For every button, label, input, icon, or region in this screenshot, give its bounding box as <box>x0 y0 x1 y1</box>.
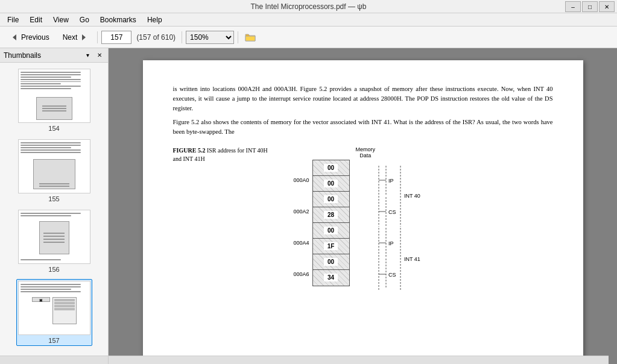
menu-edit[interactable]: Edit <box>25 14 47 25</box>
addr-0: 000A0 <box>294 177 309 183</box>
addr-1: 000A2 <box>294 209 309 215</box>
document-view[interactable]: is written into locations 000A2H and 000… <box>109 48 617 364</box>
next-label: Next <box>63 33 78 42</box>
thumbnail-157[interactable]: ▣ 157 <box>16 279 92 346</box>
thumb-label-155: 155 <box>48 195 59 202</box>
thumbnails-list: 154 155 <box>0 63 108 356</box>
open-folder-button[interactable] <box>242 30 259 45</box>
thumbnails-title: Thumbnails <box>4 51 41 60</box>
cell-8: 34 <box>313 270 349 286</box>
thumb-label-156: 156 <box>48 266 59 273</box>
page-info: (157 of 610) <box>134 33 178 42</box>
figure-caption: FIGURE 5.2 ISR address for INT 40H and I… <box>173 146 276 290</box>
menu-bookmarks[interactable]: Bookmarks <box>95 14 141 25</box>
minimize-button[interactable]: – <box>565 1 581 12</box>
previous-button[interactable]: Previous <box>5 30 55 45</box>
thumb-label-154: 154 <box>48 125 59 132</box>
thumbnails-close-btn[interactable]: ✕ <box>95 51 104 60</box>
main-area: Thumbnails ▾ ✕ <box>0 48 617 364</box>
toolbar-divider3 <box>238 31 238 43</box>
cell-6: 1F <box>313 239 349 254</box>
thumbnail-156[interactable]: 156 <box>17 209 92 274</box>
thumbnails-scrollbar[interactable] <box>0 356 108 364</box>
paragraph-2: Figure 5.2 also shows the contents of me… <box>173 118 553 137</box>
cell-1: 00 <box>313 160 349 176</box>
menu-view[interactable]: View <box>48 14 74 25</box>
svg-text:CS: CS <box>388 209 396 215</box>
svg-text:IP: IP <box>388 240 394 246</box>
title-bar-text: The Intel Microprocessors.pdf — ψb <box>251 2 367 11</box>
paragraph-1: is written into locations 000A2H and 000… <box>173 84 553 113</box>
addr-3: 000A6 <box>294 271 309 277</box>
title-bar: The Intel Microprocessors.pdf — ψb – □ ✕ <box>0 0 617 13</box>
svg-text:INT 40: INT 40 <box>404 193 420 199</box>
doc-scrollbar-h[interactable] <box>109 356 609 364</box>
toolbar-divider <box>97 31 98 43</box>
page-input[interactable] <box>101 31 131 44</box>
cell-4: 28 <box>313 207 349 223</box>
addr-2: 000A4 <box>294 240 309 246</box>
toolbar: Previous Next (157 of 610) 50% 75% 100% … <box>0 27 617 48</box>
thumb-label-157: 157 <box>48 337 59 344</box>
svg-text:IP: IP <box>388 178 394 184</box>
window-controls: – □ ✕ <box>565 0 615 13</box>
thumbnails-controls: ▾ ✕ <box>83 51 104 60</box>
next-icon <box>80 33 88 42</box>
figure-section: FIGURE 5.2 ISR address for INT 40H and I… <box>173 146 553 290</box>
menu-file[interactable]: File <box>2 14 24 25</box>
memory-diagram: 000A0 000A2 000A4 000A6 <box>294 146 432 290</box>
thumbnail-154[interactable]: 154 <box>17 67 92 133</box>
thumb-img-155 <box>18 139 90 193</box>
thumb-img-157: ▣ <box>18 281 90 335</box>
svg-text:INT 41: INT 41 <box>404 256 420 262</box>
thumbnails-collapse-btn[interactable]: ▾ <box>83 51 92 60</box>
toolbar-divider2 <box>182 31 182 43</box>
thumb-img-156 <box>18 210 90 264</box>
mem-header-data1: Memory <box>356 146 376 152</box>
thumbnails-panel: Thumbnails ▾ ✕ <box>0 48 109 364</box>
cell-7: 00 <box>313 254 349 270</box>
page-container: is written into locations 000A2H and 000… <box>143 60 583 364</box>
cell-2: 00 <box>313 176 349 192</box>
previous-label: Previous <box>21 33 49 42</box>
next-button[interactable]: Next <box>57 30 94 45</box>
folder-icon <box>245 33 256 42</box>
menu-help[interactable]: Help <box>142 14 167 25</box>
maximize-button[interactable]: □ <box>582 1 598 12</box>
cell-3: 00 <box>313 192 349 207</box>
cell-5: 00 <box>313 223 349 239</box>
close-button[interactable]: ✕ <box>599 1 615 12</box>
page-text-block1: is written into locations 000A2H and 000… <box>173 84 553 137</box>
prev-icon <box>10 33 19 42</box>
svg-marker-0 <box>13 34 16 40</box>
svg-text:CS: CS <box>388 272 396 278</box>
thumb-img-154 <box>18 69 90 123</box>
mem-header-data2: Data <box>359 152 371 158</box>
zoom-select[interactable]: 50% 75% 100% 125% 150% 175% 200% <box>186 31 234 44</box>
menu-bar: File Edit View Go Bookmarks Help <box>0 13 617 27</box>
menu-go[interactable]: Go <box>75 14 94 25</box>
svg-marker-1 <box>82 34 86 40</box>
thumbnails-header: Thumbnails ▾ ✕ <box>0 48 108 63</box>
figure-label: FIGURE 5.2 <box>173 147 206 154</box>
thumbnail-155[interactable]: 155 <box>17 138 92 204</box>
memory-labels-svg: IP CS INT 40 <box>378 165 432 290</box>
